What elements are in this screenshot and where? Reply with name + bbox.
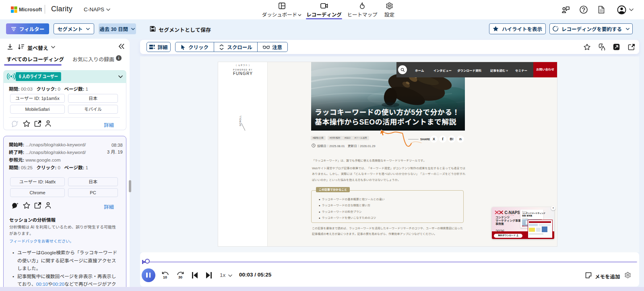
svg-text:ラッコキーワードの使い方が5分で分かる！: ラッコキーワードの使い方が5分で分かる！ [315,106,460,117]
svg-text:30: 30 [178,275,182,279]
svg-text:基本操作からSEOの活用ポイントまで解説: 基本操作からSEOの活用ポイントまで解説 [315,116,456,127]
svg-text:10: 10 [163,275,167,279]
